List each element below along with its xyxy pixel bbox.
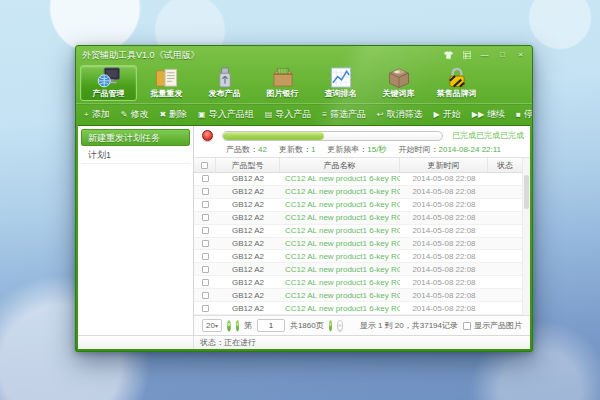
toolbar-button[interactable]: ✎ 修改 [121, 108, 149, 121]
table-header: 产品型号 产品名称 更新时间 状态 [194, 158, 530, 173]
progress-fill [223, 132, 324, 140]
skin-icon[interactable] [443, 51, 454, 59]
toolbar-button-icon: ▣ [198, 111, 206, 119]
table-row[interactable]: GB12 A2 CC12 AL new product1 6-key RGB L… [194, 186, 522, 199]
cell-time: 2014-05-08 22:08 [400, 304, 488, 313]
toolbar-button[interactable]: ▶▶ 继续 [472, 108, 505, 121]
toolbar-button[interactable]: ↩ 取消筛选 [377, 108, 423, 121]
cell-name: CC12 AL new product1 6-key RGB LED [280, 304, 400, 313]
cell-name: CC12 AL new product1 6-key RGB LED [280, 226, 400, 235]
cell-name: CC12 AL new product1 6-key RGB LED [280, 265, 400, 274]
row-checkbox[interactable] [202, 214, 209, 221]
toolbar-button-icon: ▶ [434, 111, 440, 119]
ribbon-item-product-manage[interactable]: 产品管理 [80, 65, 137, 101]
cell-name: CC12 AL new product1 6-key RGB LED [280, 252, 400, 261]
cell-model: GB12 A2 [216, 174, 280, 183]
ribbon-item-banned-brand[interactable]: 禁售品牌词 [428, 65, 485, 101]
close-button[interactable]: × [515, 50, 526, 60]
row-checkbox[interactable] [202, 279, 209, 286]
row-checkbox[interactable] [202, 266, 209, 273]
table-row[interactable]: GB12 A2 CC12 AL new product1 6-key RGB L… [194, 173, 522, 186]
sidebar-plan-item[interactable]: 计划1 [81, 146, 190, 164]
first-page-button[interactable]: « [227, 320, 231, 331]
chevron-down-icon: ▾ [215, 322, 218, 329]
show-images-toggle[interactable]: 显示产品图片 [463, 320, 522, 331]
toolbar-button-label: 添加 [92, 108, 110, 121]
row-checkbox[interactable] [202, 292, 209, 299]
page-label: 第 [244, 320, 252, 331]
row-checkbox[interactable] [202, 175, 209, 182]
action-toolbar: + 添加 ✎ 修改 ✖ 删除 ▣ 导入产品组 ▤ 导入产品 ≡ 筛选产品 ↩ 取… [76, 103, 532, 125]
table-scrollbar[interactable] [522, 158, 530, 315]
ribbon-item-keyword-lib[interactable]: 关键词库 [370, 65, 427, 101]
scrollbar-thumb[interactable] [524, 175, 529, 209]
ribbon-item-image-bank[interactable]: 图片银行 [254, 65, 311, 101]
main-panel: 已完成已完成已完成 产品数：42更新数：1更新频率：15/秒开始时间：2014-… [194, 126, 530, 335]
toolbar-button-icon: ▶▶ [472, 111, 484, 119]
ribbon-item-publish-product[interactable]: 发布产品 [196, 65, 253, 101]
progress-done-text: 已完成已完成已完成 [452, 130, 524, 141]
app-window: 外贸辅助工具V1.0《试用版》 — □ × [75, 45, 533, 352]
cell-name: CC12 AL new product1 6-key RGB LED [280, 278, 400, 287]
page-number-input[interactable] [257, 319, 285, 332]
page-size-select[interactable]: 20 ▾ [202, 319, 222, 332]
maximize-button[interactable]: □ [497, 50, 508, 60]
row-checkbox[interactable] [202, 240, 209, 247]
table-row[interactable]: GB12 A2 CC12 AL new product1 6-key RGB L… [194, 302, 522, 315]
ribbon-item-batch-resend[interactable]: 批量重发 [138, 65, 195, 101]
cell-time: 2014-05-08 22:08 [400, 252, 488, 261]
cell-time: 2014-05-08 22:08 [400, 174, 488, 183]
row-checkbox[interactable] [202, 227, 209, 234]
product-manage-icon [97, 67, 121, 88]
main-ribbon: 产品管理 批量重发 [76, 64, 532, 103]
toolbar-button[interactable]: ≡ 筛选产品 [322, 108, 366, 121]
col-header-model: 产品型号 [216, 158, 280, 172]
row-checkbox[interactable] [202, 201, 209, 208]
query-rank-icon [329, 67, 353, 88]
record-status-button[interactable] [202, 130, 213, 141]
menu-icon[interactable] [461, 51, 472, 59]
last-page-button[interactable]: » [337, 320, 343, 331]
toolbar-button-label: 修改 [130, 108, 148, 121]
toolbar-button[interactable]: ■ 停止 [516, 108, 533, 121]
stats-line: 产品数：42更新数：1更新频率：15/秒开始时间：2014-08-24 22:1… [202, 141, 524, 155]
cell-model: GB12 A2 [216, 200, 280, 209]
toolbar-button[interactable]: + 添加 [84, 108, 110, 121]
stat-item: 更新频率：15/秒 [327, 144, 386, 155]
toolbar-button[interactable]: ▤ 导入产品 [265, 108, 312, 121]
select-all-checkbox[interactable] [201, 162, 208, 169]
stat-label: 产品数： [226, 145, 258, 154]
table-row[interactable]: GB12 A2 CC12 AL new product1 6-key RGB L… [194, 199, 522, 212]
ribbon-item-query-rank[interactable]: 查询排名 [312, 65, 369, 101]
cell-time: 2014-05-08 22:08 [400, 265, 488, 274]
cell-time: 2014-05-08 22:08 [400, 278, 488, 287]
title-bar[interactable]: 外贸辅助工具V1.0《试用版》 — □ × [76, 46, 532, 64]
pagination-bar: 20 ▾ « ‹ 第 共1860页 › » 显示 1 到 20，共37194记录… [194, 315, 530, 335]
toolbar-button-icon: ▤ [265, 111, 273, 119]
row-checkbox[interactable] [202, 253, 209, 260]
cell-name: CC12 AL new product1 6-key RGB LED [280, 174, 400, 183]
table-row[interactable]: GB12 A2 CC12 AL new product1 6-key RGB L… [194, 225, 522, 238]
row-checkbox[interactable] [202, 188, 209, 195]
toolbar-button[interactable]: ▶ 开始 [434, 108, 461, 121]
toolbar-button[interactable]: ✖ 删除 [159, 108, 187, 121]
toolbar-button-label: 继续 [487, 108, 505, 121]
table-row[interactable]: GB12 A2 CC12 AL new product1 6-key RGB L… [194, 238, 522, 251]
row-checkbox[interactable] [202, 305, 209, 312]
table-row[interactable]: GB12 A2 CC12 AL new product1 6-key RGB L… [194, 263, 522, 276]
table-row[interactable]: GB12 A2 CC12 AL new product1 6-key RGB L… [194, 212, 522, 225]
new-plan-task-button[interactable]: 新建重发计划任务 [81, 129, 190, 146]
table-row[interactable]: GB12 A2 CC12 AL new product1 6-key RGB L… [194, 250, 522, 263]
table-row[interactable]: GB12 A2 CC12 AL new product1 6-key RGB L… [194, 276, 522, 289]
prev-page-button[interactable]: ‹ [236, 320, 239, 331]
stat-value: 2014-08-24 22:11 [438, 145, 501, 154]
ribbon-item-label: 禁售品牌词 [437, 88, 477, 99]
minimize-button[interactable]: — [479, 50, 490, 60]
table-row[interactable]: GB12 A2 CC12 AL new product1 6-key RGB L… [194, 289, 522, 302]
stat-item: 开始时间：2014-08-24 22:11 [398, 144, 501, 155]
ribbon-item-label: 查询排名 [325, 88, 357, 99]
show-images-checkbox[interactable] [463, 322, 471, 330]
toolbar-button[interactable]: ▣ 导入产品组 [198, 108, 254, 121]
next-page-button[interactable]: › [329, 320, 332, 331]
toolbar-button-label: 删除 [169, 108, 187, 121]
